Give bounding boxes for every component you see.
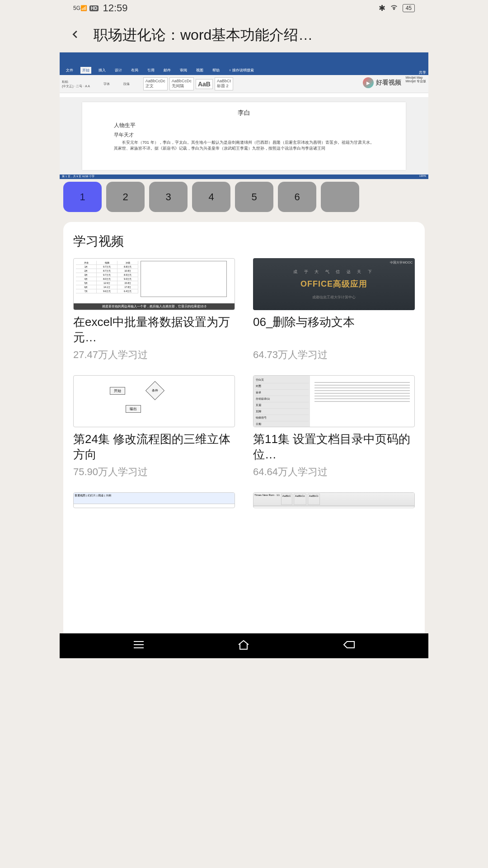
section-title: 学习视频 xyxy=(73,233,415,250)
video-grid: 月份电脑冰箱 1月9.7万元8.8万元 2月8.7万元10.8万 3月9.7万元… xyxy=(73,258,415,513)
video-thumbnail: 开始 条件 输出 xyxy=(73,375,235,427)
ribbon-search: ♀ 操作说明搜索 xyxy=(227,67,256,74)
menu-item: 目录 xyxy=(255,390,309,396)
bluetooth-icon: ✱ xyxy=(379,3,385,13)
word-ruler xyxy=(60,93,428,98)
recent-apps-button[interactable] xyxy=(133,640,145,652)
word-toolbar: 粘贴(中文正) · 二号 · A A 字体 段落 AaBbCcDc正文 AaBb… xyxy=(60,75,428,93)
menu-item: 日期 xyxy=(255,421,309,427)
ribbon-tab: 引用 xyxy=(145,67,156,74)
content-panel: 学习视频 月份电脑冰箱 1月9.7万元8.8万元 2月8.7万元10.8万 3月… xyxy=(63,222,425,656)
video-card[interactable]: 空白页 封面 目录 自动目录(1) 页眉 页脚 特殊符号 日期 页码 文本框 xyxy=(253,375,415,479)
flow-start: 开始 xyxy=(110,387,125,395)
video-stats: 75.90万人学习过 xyxy=(73,465,235,479)
mindjet-label: Mindjet MapMindjet 专业版 xyxy=(405,76,426,84)
video-card[interactable]: 普通视图 | 幻灯片 | 阅读 | 大纲 xyxy=(73,492,235,513)
video-title: 第24集 修改流程图的三维立体方向 xyxy=(73,432,235,462)
office-motto: 成 于 大 气 信 达 天 下 xyxy=(293,269,375,275)
video-stats: 64.73万人学习过 xyxy=(253,348,415,362)
status-left: 5G📶 HD 12:59 xyxy=(73,2,128,14)
doc-heading: 人物生平 xyxy=(114,122,374,129)
video-thumbnail: 中国大学MOOC 成 于 大 气 信 达 天 下 OFFICE高级应用 成都信息… xyxy=(253,258,415,310)
status-bar: 5G📶 HD 12:59 ✱ 45 xyxy=(60,0,428,16)
thumb-caption: 就是要在他的周边再输入一个零，然后输入点就在那，它显示的结果是10.0 xyxy=(74,303,235,310)
ribbon-tab: 插入 xyxy=(97,67,108,74)
word-ribbon: 文件 开始 插入 设计 布局 引用 邮件 审阅 视图 帮助 ♀ 操作说明搜索 共… xyxy=(60,52,428,75)
style-normal: AaBbCcDc正文 xyxy=(143,77,168,90)
play-icon: ▶ xyxy=(363,77,374,88)
ribbon-tab: 帮助 xyxy=(211,67,221,74)
menu-item: 页眉 xyxy=(255,402,309,409)
back-button[interactable] xyxy=(66,28,84,42)
hd-badge: HD xyxy=(89,5,99,11)
video-stats: 27.47万人学习过 xyxy=(73,348,235,362)
video-preview[interactable]: 文件 开始 插入 设计 布局 引用 邮件 审阅 视图 帮助 ♀ 操作说明搜索 共… xyxy=(60,52,428,176)
ribbon-tab: 布局 xyxy=(129,67,140,74)
page-selector: 1 2 3 4 5 6 xyxy=(60,176,428,217)
wifi-icon xyxy=(390,4,398,13)
office-title: OFFICE高级应用 xyxy=(300,278,367,289)
ribbon-tab: 开始 xyxy=(80,67,91,74)
doc-paragraph: 长安元年（701 年），李白，字太白。其生地今一般认为是唐剑南道绵州（巴西郡）昌… xyxy=(114,140,374,151)
video-title: 第11集 设置文档目录中页码的位… xyxy=(253,432,415,462)
video-card[interactable]: 中国大学MOOC 成 于 大 气 信 达 天 下 OFFICE高级应用 成都信息… xyxy=(253,258,415,362)
page-title: 职场进化论：word基本功能介绍… xyxy=(94,25,422,45)
android-nav-bar xyxy=(60,633,428,658)
menu-item: 特殊符号 xyxy=(255,415,309,421)
haokan-watermark: ▶ 好看视频 xyxy=(363,77,401,88)
flow-condition: 条件 xyxy=(145,381,164,400)
ribbon-tab: 视图 xyxy=(194,67,205,74)
page-button-2[interactable]: 2 xyxy=(106,182,145,212)
network-indicator: 5G📶 xyxy=(73,5,87,11)
video-card[interactable]: Times New Rom · 11 AaBbCAaBbCcAaBbCt xyxy=(253,492,415,513)
menu-item: 封面 xyxy=(255,383,309,390)
status-right: ✱ 45 xyxy=(379,3,415,13)
page-button-4[interactable]: 4 xyxy=(192,182,230,212)
home-button[interactable] xyxy=(237,639,250,653)
video-thumbnail: 空白页 封面 目录 自动目录(1) 页眉 页脚 特殊符号 日期 页码 文本框 xyxy=(253,375,415,427)
back-nav-button[interactable] xyxy=(343,640,355,652)
video-card[interactable]: 月份电脑冰箱 1月9.7万元8.8万元 2月8.7万元10.8万 3月9.7万元… xyxy=(73,258,235,362)
menu-item: 自动目录(1) xyxy=(255,396,309,402)
app-header: 职场进化论：word基本功能介绍… xyxy=(60,16,428,52)
share-label: 共享 xyxy=(419,70,426,75)
page-button-6[interactable]: 6 xyxy=(278,182,316,212)
clock: 12:59 xyxy=(103,2,127,14)
page-button-5[interactable]: 5 xyxy=(235,182,273,212)
ribbon-tab: 邮件 xyxy=(162,67,173,74)
menu-item: 空白页 xyxy=(255,377,309,383)
video-title: 在excel中批量将数据设置为万元… xyxy=(73,315,235,345)
office-subtitle: 成都信息工程大学计算中心 xyxy=(312,295,356,300)
word-document: 李白 人物生平 早年天才 长安元年（701 年），李白，字太白。其生地今一般认为… xyxy=(60,98,428,175)
doc-title: 李白 xyxy=(114,109,374,117)
video-stats: 64.64万人学习过 xyxy=(253,465,415,479)
ribbon-tab: 文件 xyxy=(64,67,75,74)
ribbon-tab: 设计 xyxy=(113,67,124,74)
battery-indicator: 45 xyxy=(403,4,415,12)
style-nospace: AaBbCcDc无间隔 xyxy=(169,77,194,90)
video-title: 06_删除与移动文本 xyxy=(253,315,415,345)
mooc-badge: 中国大学MOOC xyxy=(390,260,413,265)
video-thumbnail: Times New Rom · 11 AaBbCAaBbCcAaBbCt xyxy=(253,492,415,508)
video-thumbnail: 月份电脑冰箱 1月9.7万元8.8万元 2月8.7万元10.8万 3月9.7万元… xyxy=(73,258,235,310)
doc-subheading: 早年天才 xyxy=(114,132,374,138)
page-button-7[interactable] xyxy=(321,182,359,212)
page-button-1[interactable]: 1 xyxy=(63,182,102,212)
ribbon-tab: 审阅 xyxy=(178,67,189,74)
style-h1: AaB xyxy=(196,79,213,89)
menu-item: 页脚 xyxy=(255,409,309,415)
page-button-3[interactable]: 3 xyxy=(149,182,188,212)
style-h2: AaBbCt标题 2 xyxy=(215,77,233,90)
flow-output: 输出 xyxy=(126,405,141,413)
video-thumbnail: 普通视图 | 幻灯片 | 阅读 | 大纲 xyxy=(73,492,235,508)
word-status-bar: 第 1 页，共 9 页 9158 个字 130% xyxy=(60,175,428,179)
video-card[interactable]: 开始 条件 输出 第24集 修改流程图的三维立体方向 75.90万人学习过 xyxy=(73,375,235,479)
